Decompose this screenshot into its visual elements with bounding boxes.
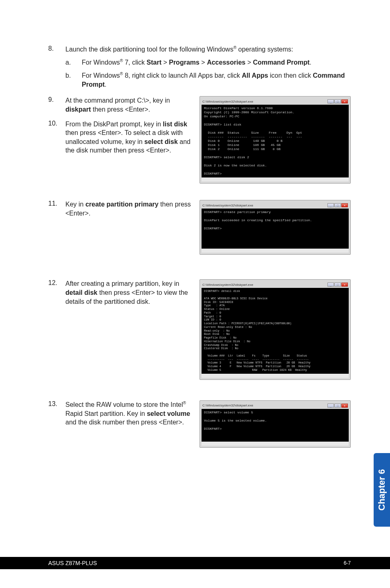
step-number: 10. <box>48 120 65 155</box>
cmd-titlebar: C:\Windows\system32\diskpart.exe _ □ × <box>202 281 349 288</box>
text: For Windows <box>82 72 120 79</box>
text: After creating a primary partition, key … <box>65 280 179 287</box>
chapter-tab: Chapter 6 <box>374 453 390 527</box>
scrollbar[interactable] <box>202 177 349 182</box>
cmd-body: DISKPART> select volume 5 Volume 5 is th… <box>202 409 349 442</box>
window-buttons: _ □ × <box>327 404 348 408</box>
bold: select disk <box>144 138 178 145</box>
step-number: 9. <box>48 96 65 114</box>
step-body: Key in create partition primary then pre… <box>65 200 191 218</box>
scrollbar[interactable] <box>202 374 349 378</box>
left-col: 11. Key in create partition primary then… <box>48 200 191 255</box>
scrollbar[interactable] <box>202 249 349 253</box>
right-col: C:\Windows\system32\diskpart.exe _ □ × D… <box>191 279 351 379</box>
cmd-titlebar: C:\Windows\system32\diskpart.exe _ □ × <box>202 202 349 209</box>
reg-mark: ® <box>183 401 186 405</box>
chapter-label: Chapter 6 <box>377 469 387 510</box>
row-12: 12. After creating a primary partition, … <box>48 279 351 379</box>
substep-a: a. For Windows® 7, click Start > Program… <box>65 58 351 67</box>
row-13: 13. Select the RAW volume to store the I… <box>48 400 351 448</box>
cmd-body: DISKPART> detail disk ATA WDC WD800JD-00… <box>202 288 349 373</box>
minimize-icon[interactable]: _ <box>327 283 334 287</box>
text: . <box>309 59 311 66</box>
text: > <box>161 59 169 66</box>
text: > <box>245 59 253 66</box>
text: Rapid Start partition. Key in <box>65 410 147 417</box>
row-9-10: 9. At the command prompt C:\>, key in di… <box>48 96 351 184</box>
text: > <box>199 59 207 66</box>
text: 8, right click to launch All Apps bar, c… <box>123 72 242 79</box>
window-buttons: _ □ × <box>327 203 348 207</box>
step-body: After creating a primary partition, key … <box>65 279 191 306</box>
cmd-window-2: C:\Windows\system32\diskpart.exe _ □ × D… <box>199 200 351 255</box>
step-13: 13. Select the RAW volume to store the I… <box>48 400 191 427</box>
step-10: 10. From the DiskPart prompt, key in lis… <box>48 120 191 155</box>
reg-mark: ® <box>120 58 123 63</box>
scrollbar[interactable] <box>202 442 349 446</box>
step-8: 8. Launch the disk partitioning tool for… <box>48 45 351 89</box>
bold: Accessories <box>207 59 245 66</box>
cmd-window-3: C:\Windows\system32\diskpart.exe _ □ × D… <box>199 279 351 379</box>
step-body: Launch the disk partitioning tool for th… <box>65 45 351 89</box>
right-col: C:\Windows\system32\diskpart.exe _ □ × D… <box>191 400 351 448</box>
footer-product: ASUS Z87M-PLUS <box>48 560 97 566</box>
close-icon[interactable]: × <box>341 283 348 287</box>
minimize-icon[interactable]: _ <box>327 404 334 408</box>
text: . <box>105 81 106 88</box>
right-col: C:\Windows\system32\diskpart.exe _ □ × M… <box>191 96 351 184</box>
close-icon[interactable]: × <box>341 404 348 408</box>
bold: Start <box>147 59 161 66</box>
close-icon[interactable]: × <box>341 203 348 207</box>
text: For Windows <box>82 59 120 66</box>
sub-letter: a. <box>65 58 82 67</box>
bold: create partition primary <box>85 201 159 208</box>
step-number: 13. <box>48 400 65 427</box>
bold: All Apps <box>242 72 268 79</box>
sub-letter: b. <box>65 71 82 89</box>
step-9: 9. At the command prompt C:\>, key in di… <box>48 96 191 114</box>
page-footer: ASUS Z87M-PLUS 6-7 <box>0 557 390 569</box>
bold: diskpart <box>65 106 91 113</box>
maximize-icon[interactable]: □ <box>334 404 341 408</box>
minimize-icon[interactable]: _ <box>327 99 334 103</box>
text: Launch the disk partitioning tool for th… <box>65 46 233 53</box>
substep-b: b. For Windows® 8, right click to launch… <box>65 71 351 89</box>
text: 7, click <box>123 59 147 66</box>
cmd-titlebar: C:\Windows\system32\diskpart.exe _ □ × <box>202 402 349 409</box>
cmd-title-text: C:\Windows\system32\diskpart.exe <box>202 283 327 287</box>
cmd-title-text: C:\Windows\system32\diskpart.exe <box>202 100 327 103</box>
cmd-title-text: C:\Windows\system32\diskpart.exe <box>202 404 327 407</box>
bold: Programs <box>169 59 199 66</box>
text: icon then click <box>268 72 313 79</box>
bold: detail disk <box>65 289 97 296</box>
step-body: At the command prompt C:\>, key in diskp… <box>65 96 191 114</box>
cmd-window-1: C:\Windows\system32\diskpart.exe _ □ × M… <box>199 96 351 184</box>
window-buttons: _ □ × <box>327 99 348 103</box>
reg-mark: ® <box>120 72 123 76</box>
text: Select the RAW volume to store the Intel <box>65 401 183 408</box>
step-12: 12. After creating a primary partition, … <box>48 279 191 306</box>
close-icon[interactable]: × <box>341 99 348 103</box>
text: and the disk number then press <Enter>. <box>65 419 184 426</box>
cmd-body: Microsoft DiskPart version 6.1.7600 Copy… <box>202 105 349 177</box>
step-body: From the DiskPart prompt, key in list di… <box>65 120 191 155</box>
bold: Command Prompt <box>253 59 310 66</box>
text: operating systems: <box>236 46 293 53</box>
cmd-titlebar: C:\Windows\system32\diskpart.exe _ □ × <box>202 98 349 105</box>
text: At the command prompt C:\>, key in <box>65 97 170 104</box>
maximize-icon[interactable]: □ <box>334 283 341 287</box>
bold: select volume <box>147 410 190 417</box>
sub-body: For Windows® 7, click Start > Programs >… <box>82 58 351 67</box>
maximize-icon[interactable]: □ <box>334 203 341 207</box>
cmd-title-text: C:\Windows\system32\diskpart.exe <box>202 204 327 207</box>
step-11: 11. Key in create partition primary then… <box>48 200 191 218</box>
maximize-icon[interactable]: □ <box>334 99 341 103</box>
minimize-icon[interactable]: _ <box>327 203 334 207</box>
left-col: 12. After creating a primary partition, … <box>48 279 191 379</box>
right-col: C:\Windows\system32\diskpart.exe _ □ × D… <box>191 200 351 255</box>
step-number: 12. <box>48 279 65 306</box>
left-col: 9. At the command prompt C:\>, key in di… <box>48 96 191 184</box>
row-11: 11. Key in create partition primary then… <box>48 200 351 255</box>
left-col: 13. Select the RAW volume to store the I… <box>48 400 191 448</box>
step-body: Select the RAW volume to store the Intel… <box>65 400 191 427</box>
